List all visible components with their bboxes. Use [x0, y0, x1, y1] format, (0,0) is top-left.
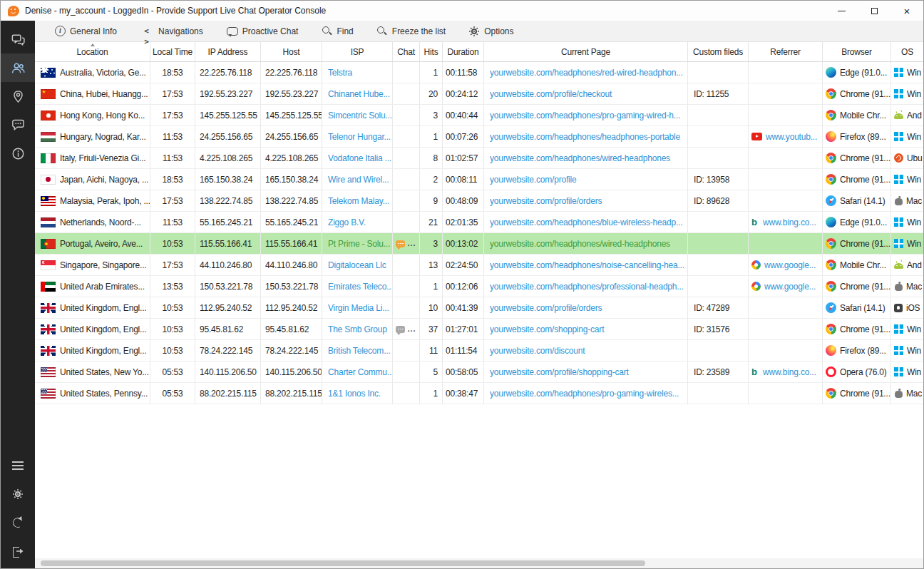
- page-link[interactable]: yourwebsite.com/headphones/wired-headpho…: [490, 153, 670, 163]
- page-link[interactable]: Telekom Malay...: [328, 196, 389, 206]
- page-link[interactable]: Vodafone Italia ...: [328, 153, 391, 163]
- column-header-duration[interactable]: Duration: [443, 42, 484, 61]
- toolbar-item-find[interactable]: Find: [321, 26, 353, 37]
- page-link[interactable]: www.bing.co...: [763, 217, 816, 227]
- column-header-hits[interactable]: Hits: [420, 42, 443, 61]
- visitor-row[interactable]: Singapore, Singapore...17:5344.110.246.8…: [35, 255, 923, 276]
- column-header-browser[interactable]: Browser: [823, 42, 891, 61]
- page-link[interactable]: yourwebsite.com/profile/orders: [490, 196, 602, 206]
- column-header-location[interactable]: Location: [35, 42, 150, 61]
- toolbar-item-freeze-the-list[interactable]: Freeze the list: [376, 26, 446, 37]
- page-link[interactable]: Digitalocean Llc: [328, 260, 386, 270]
- page-link[interactable]: yourwebsite.com/headphones/noise-cancell…: [490, 260, 684, 270]
- visitor-row[interactable]: United Arab Emirates...13:53150.53.221.7…: [35, 276, 923, 297]
- google-icon: [751, 282, 761, 291]
- toolbar-item-general-info[interactable]: General Info: [55, 26, 117, 36]
- magnifier-icon: [376, 26, 388, 37]
- windows-os-icon: [894, 324, 903, 334]
- column-header-host[interactable]: Host: [261, 42, 322, 61]
- minimize-button[interactable]: [825, 1, 858, 21]
- page-link[interactable]: yourwebsite.com/headphones/blue-wireless…: [490, 217, 682, 227]
- visitor-row[interactable]: United Kingdom, Engl...10:53112.95.240.5…: [35, 297, 923, 319]
- page-link[interactable]: Chinanet Hube...: [328, 89, 390, 99]
- page-link[interactable]: yourwebsite.com/headphones/pro-gaming-wi…: [490, 389, 679, 399]
- page-link[interactable]: yourwebsite.com/profile/orders: [490, 303, 602, 313]
- visitor-row[interactable]: Portugal, Aveiro, Ave...10:53115.55.166.…: [35, 233, 923, 255]
- column-header-ip[interactable]: IP Address: [195, 42, 261, 61]
- cell-custom-fields: [688, 276, 749, 297]
- maximize-button[interactable]: [858, 1, 890, 21]
- page-link[interactable]: Emirates Teleco...: [328, 282, 393, 292]
- sidebar-item-info[interactable]: [1, 139, 35, 168]
- page-link[interactable]: yourwebsite.com/profile/checkout: [490, 89, 612, 99]
- windows-os-icon: [894, 89, 903, 98]
- cell-custom-fields: ID: 11255: [688, 83, 749, 104]
- page-link[interactable]: yourwebsite.com/profile: [490, 175, 576, 185]
- flag-icon-us: [41, 367, 56, 377]
- page-link[interactable]: yourwebsite.com/shopping-cart: [490, 324, 604, 334]
- page-link[interactable]: British Telecom...: [328, 346, 391, 356]
- toolbar-item-proactive-chat[interactable]: Proactive Chat: [226, 26, 299, 37]
- sidebar-item-logout[interactable]: [1, 537, 35, 565]
- cell-duration-text: 00:38:47: [446, 389, 478, 399]
- page-link[interactable]: www.google...: [764, 282, 816, 292]
- visitor-row[interactable]: United States, Pennsy...05:5388.202.215.…: [35, 383, 923, 404]
- sidebar-item-messages[interactable]: [1, 111, 35, 139]
- page-link[interactable]: yourwebsite.com/headphones/headphones-po…: [490, 132, 680, 142]
- page-link[interactable]: The Smb Group: [328, 324, 387, 334]
- page-link[interactable]: Virgin Media Li...: [328, 303, 389, 313]
- page-link[interactable]: yourwebsite.com/headphones/professional-…: [490, 282, 684, 292]
- sidebar-item-settings[interactable]: [1, 480, 35, 508]
- cell-isp: Simcentric Solu...: [322, 105, 393, 125]
- column-header-custom[interactable]: Custom fileds: [688, 42, 749, 61]
- cell-ip-address-text: 95.45.81.62: [200, 324, 243, 334]
- visitor-row[interactable]: Netherlands, Noord-...11:5355.165.245.21…: [35, 212, 923, 233]
- scrollbar-thumb[interactable]: [41, 560, 645, 566]
- page-link[interactable]: www.bing.co...: [763, 367, 816, 377]
- visitor-row[interactable]: Malaysia, Perak, Ipoh, ...17:53138.222.7…: [35, 190, 923, 212]
- sidebar-item-visitors[interactable]: [1, 53, 35, 82]
- visitor-row[interactable]: Japan, Aichi, Nagoya, ...18:53165.150.38…: [35, 169, 923, 190]
- visitor-row[interactable]: United Kingdom, Engl...10:5378.24.222.14…: [35, 340, 923, 362]
- page-link[interactable]: Telstra: [328, 68, 352, 78]
- page-link[interactable]: Pt Prime - Solu...: [328, 239, 390, 249]
- close-button[interactable]: ×: [890, 1, 923, 21]
- page-link[interactable]: Simcentric Solu...: [328, 111, 392, 121]
- visitor-row[interactable]: United States, New Yo...05:53140.115.206…: [35, 362, 923, 383]
- page-link[interactable]: Wire and Wirel...: [328, 175, 389, 185]
- visitor-row[interactable]: United Kingdom, Engl...10:5395.45.81.629…: [35, 319, 923, 340]
- column-header-page[interactable]: Current Page: [484, 42, 688, 61]
- page-link[interactable]: yourwebsite.com/headphones/wired-headpho…: [490, 239, 670, 249]
- page-link[interactable]: yourwebsite.com/headphones/red-wired-hea…: [490, 68, 683, 78]
- cell-host-text: 140.115.206.50: [265, 367, 322, 377]
- column-header-isp[interactable]: ISP: [322, 42, 393, 61]
- page-link[interactable]: yourwebsite.com/headphones/pro-gaming-wi…: [490, 111, 680, 121]
- toolbar-item-options[interactable]: Options: [468, 26, 513, 37]
- column-header-os[interactable]: OS: [891, 42, 923, 61]
- cell-host-text: 192.55.23.227: [265, 89, 318, 99]
- cell-location: Hong Kong, Hong Ko...: [35, 105, 150, 125]
- visitor-row[interactable]: Hungary, Nograd, Kar...11:5324.255.156.6…: [35, 126, 923, 148]
- page-link[interactable]: yourwebsite.com/profile/shopping-cart: [490, 367, 629, 377]
- sidebar-item-chats[interactable]: [1, 25, 35, 53]
- column-header-referrer[interactable]: Referrer: [749, 42, 823, 61]
- visitor-row[interactable]: Hong Kong, Hong Ko...17:53145.255.125.55…: [35, 105, 923, 126]
- visitor-row[interactable]: Italy, Friuli-Venezia Gi...11:534.225.10…: [35, 148, 923, 169]
- page-link[interactable]: www.google...: [764, 260, 816, 270]
- page-link[interactable]: Charter Commu...: [328, 367, 393, 377]
- page-link[interactable]: Ziggo B.V.: [328, 217, 366, 227]
- column-header-time[interactable]: Local Time: [150, 42, 195, 61]
- page-link[interactable]: www.youtub...: [766, 132, 817, 142]
- page-link[interactable]: 1&1 Ionos Inc.: [328, 389, 381, 399]
- horizontal-scrollbar[interactable]: [35, 558, 923, 568]
- sidebar-item-menu[interactable]: [1, 451, 35, 480]
- page-link[interactable]: Telenor Hungar...: [328, 132, 391, 142]
- cell-local-time-text: 17:53: [162, 260, 183, 270]
- sidebar-item-refresh[interactable]: [1, 508, 35, 537]
- sidebar-item-map[interactable]: [1, 82, 35, 111]
- page-link[interactable]: yourwebsite.com/discount: [490, 346, 585, 356]
- visitor-row[interactable]: Australia, Victoria, Ge...18:5322.225.76…: [35, 62, 923, 83]
- visitor-row[interactable]: China, Hubei, Huangg...17:53192.55.23.22…: [35, 83, 923, 105]
- column-header-chat[interactable]: Chat: [393, 42, 420, 61]
- toolbar-item-navigations[interactable]: Navigations: [140, 26, 203, 36]
